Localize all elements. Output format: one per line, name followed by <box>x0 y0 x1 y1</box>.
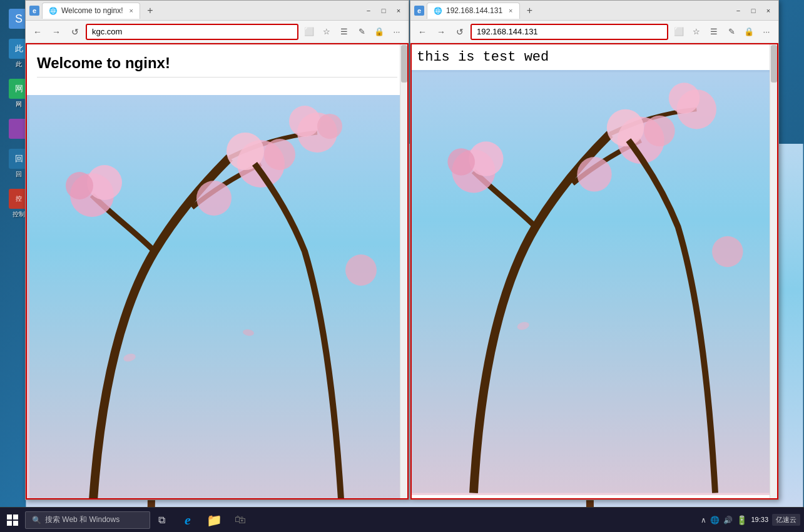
left-titlebar: e 🌐 Welcome to nginx! × + − □ × <box>26 1 409 21</box>
left-tab-add-btn[interactable]: + <box>143 3 158 18</box>
left-fav-icon[interactable]: ☆ <box>318 24 335 40</box>
svg-point-32 <box>345 254 377 286</box>
folder-icon: 📁 <box>206 513 222 528</box>
left-cherry-svg <box>27 95 407 499</box>
right-minimize-btn[interactable]: − <box>732 6 745 16</box>
left-browser-tab[interactable]: 🌐 Welcome to nginx! × <box>42 3 140 19</box>
left-scrollbar-thumb[interactable] <box>401 45 407 83</box>
right-scrollbar[interactable] <box>770 44 777 498</box>
svg-point-27 <box>264 139 295 170</box>
right-notes-icon[interactable]: ✎ <box>723 24 740 40</box>
right-toolbar-icons: ⬜ ☆ ☰ ✎ 🔒 ··· <box>671 24 775 40</box>
right-fav-icon[interactable]: ☆ <box>688 24 705 40</box>
right-share-icon[interactable]: 🔒 <box>741 24 757 40</box>
nginx-heading: Welcome to nginx! <box>37 54 397 78</box>
right-maximize-btn[interactable]: □ <box>747 6 760 16</box>
store-icon: 🛍 <box>235 513 246 526</box>
browser-window-right: e 🌐 192.168.144.131 × + − □ × ← → ↺ <box>410 0 779 500</box>
right-close-btn[interactable]: × <box>762 6 775 16</box>
task-view-icon: ⧉ <box>158 514 165 526</box>
left-browser-content: Welcome to nginx! <box>26 43 409 499</box>
desktop-icon-label-3: 网 <box>16 100 22 109</box>
left-address-bar[interactable] <box>86 24 298 40</box>
system-clock[interactable]: 19:33 <box>751 515 768 524</box>
svg-point-40 <box>607 109 644 146</box>
svg-rect-21 <box>29 95 405 499</box>
left-more-icon[interactable]: ··· <box>389 24 405 40</box>
left-hub-icon[interactable]: ☰ <box>336 24 352 40</box>
left-reader-icon[interactable]: ⬜ <box>301 24 317 40</box>
edge-icon: e <box>185 512 191 528</box>
left-tab-label: Welcome to nginx! <box>61 6 123 15</box>
svg-point-30 <box>317 114 342 139</box>
svg-point-38 <box>447 148 475 176</box>
svg-point-29 <box>289 106 320 137</box>
right-address-bar[interactable] <box>471 24 668 40</box>
right-refresh-btn[interactable]: ↺ <box>452 24 468 40</box>
left-tab-close-btn[interactable]: × <box>130 7 133 14</box>
right-window-controls: − □ × <box>732 6 775 16</box>
left-refresh-btn[interactable]: ↺ <box>67 24 83 40</box>
svg-point-44 <box>577 157 611 191</box>
right-hub-icon[interactable]: ☰ <box>706 24 722 40</box>
right-tab-add-btn[interactable]: + <box>522 3 537 18</box>
left-tab-favicon: 🌐 <box>49 7 58 15</box>
test-page: this is test wed <box>412 44 777 70</box>
desktop-icon-label-6: 控制 <box>13 210 25 219</box>
desktop: S 此 此 网 网 回 回 控 控制 <box>0 0 804 532</box>
right-more-icon[interactable]: ··· <box>758 24 775 40</box>
left-forward-btn[interactable]: → <box>48 24 64 40</box>
clock-time: 19:33 <box>751 515 768 524</box>
yisu-label: 亿速云 <box>776 515 796 524</box>
battery-icon[interactable]: 🔋 <box>736 515 747 525</box>
nginx-page: Welcome to nginx! <box>27 44 407 95</box>
right-reader-icon[interactable]: ⬜ <box>671 24 687 40</box>
left-close-btn[interactable]: × <box>392 6 405 16</box>
right-browser-content: this is test wed <box>410 43 778 499</box>
right-browser-tab[interactable]: 🌐 192.168.144.131 × <box>427 3 520 19</box>
right-titlebar: e 🌐 192.168.144.131 × + − □ × <box>410 1 778 21</box>
svg-point-43 <box>669 83 700 113</box>
chevron-up-icon[interactable]: ∧ <box>701 516 706 524</box>
svg-point-45 <box>712 236 743 267</box>
left-toolbar-icons: ⬜ ☆ ☰ ✎ 🔒 ··· <box>301 24 405 40</box>
left-back-btn[interactable]: ← <box>29 24 46 40</box>
volume-icon[interactable]: 🔊 <box>723 516 733 524</box>
windows-logo-icon <box>7 514 18 526</box>
task-view-button[interactable]: ⧉ <box>150 508 173 533</box>
left-minimize-btn[interactable]: − <box>362 6 375 16</box>
right-browser-icon: e <box>414 6 424 16</box>
browser-window-left: e 🌐 Welcome to nginx! × + − □ × ← → ↺ <box>25 0 409 500</box>
taskbar-search-box[interactable]: 🔍 搜索 Web 和 Windows <box>25 511 150 529</box>
left-share-icon[interactable]: 🔒 <box>371 24 387 40</box>
svg-point-41 <box>644 116 674 146</box>
edge-taskbar-app[interactable]: e <box>175 508 200 533</box>
taskbar-pinned-apps: e 📁 🛍 <box>175 508 253 533</box>
right-tab-label: 192.168.144.131 <box>446 6 502 15</box>
right-scrollbar-thumb[interactable] <box>771 45 777 83</box>
browsers-container: e 🌐 Welcome to nginx! × + − □ × ← → ↺ <box>25 0 804 507</box>
right-cherry-svg <box>412 70 777 495</box>
svg-rect-35 <box>412 72 777 493</box>
left-browser-icon: e <box>29 6 39 16</box>
left-notes-icon[interactable]: ✎ <box>354 24 370 40</box>
right-tab-close-btn[interactable]: × <box>509 7 512 14</box>
system-tray: ∧ 🌐 🔊 🔋 19:33 亿速云 <box>701 514 804 526</box>
left-toolbar: ← → ↺ ⬜ ☆ ☰ ✎ 🔒 ··· <box>26 21 409 43</box>
right-forward-btn[interactable]: → <box>433 24 449 40</box>
network-icon[interactable]: 🌐 <box>710 516 720 524</box>
left-scrollbar[interactable] <box>400 44 407 498</box>
start-button[interactable] <box>0 508 25 533</box>
test-text-content: this is test wed <box>417 49 772 65</box>
left-window-controls: − □ × <box>362 6 405 16</box>
right-back-btn[interactable]: ← <box>414 24 430 40</box>
desktop-icon-label-5: 回 <box>16 170 22 179</box>
store-taskbar-app[interactable]: 🛍 <box>228 508 253 533</box>
taskbar-search-label: 搜索 Web 和 Windows <box>45 514 120 525</box>
yisu-tray-item[interactable]: 亿速云 <box>772 514 800 526</box>
svg-point-31 <box>196 181 232 216</box>
svg-point-24 <box>66 172 93 199</box>
right-tab-favicon: 🌐 <box>434 7 442 15</box>
left-maximize-btn[interactable]: □ <box>377 6 390 16</box>
folder-taskbar-app[interactable]: 📁 <box>201 508 226 533</box>
